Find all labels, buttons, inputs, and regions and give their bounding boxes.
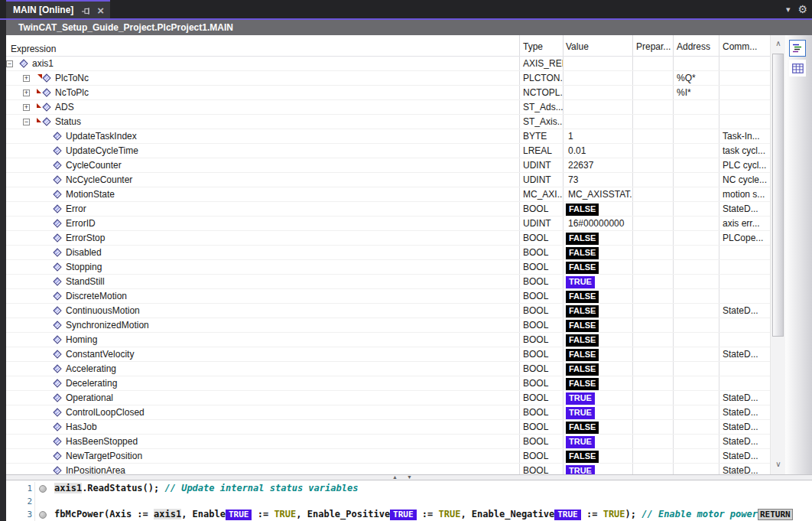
table-row[interactable]: Homing BOOL FALSE	[6, 333, 770, 347]
prepared-value-cell[interactable]	[633, 420, 674, 434]
value-cell[interactable]: FALSE	[564, 304, 633, 317]
value-cell[interactable]: FALSE	[564, 231, 633, 245]
value-cell[interactable]: TRUE	[564, 405, 633, 419]
value-cell[interactable]	[564, 115, 633, 129]
table-row[interactable]: SynchronizedMotion BOOL FALSE	[6, 318, 770, 333]
tree-expander[interactable]: +	[23, 75, 30, 82]
table-row[interactable]: ControlLoopClosed BOOL TRUE StateD...	[6, 405, 770, 420]
table-row[interactable]: NcCycleCounter UDINT 73 NC cycle...	[6, 173, 770, 187]
code-line[interactable]: 1 axis1.ReadStatus(); // Update internal…	[6, 482, 812, 495]
splitter-down-icon[interactable]: ▼	[407, 474, 412, 480]
prepared-value-cell[interactable]	[633, 362, 674, 376]
value-cell[interactable]: 1	[564, 129, 633, 143]
tree-expander[interactable]: −	[23, 119, 30, 125]
prepared-value-cell[interactable]	[633, 144, 674, 158]
column-header-prepared[interactable]: Prepar...	[633, 35, 674, 56]
prepared-value-cell[interactable]	[633, 57, 674, 70]
prepared-value-cell[interactable]	[633, 86, 674, 99]
table-row[interactable]: Decelerating BOOL FALSE	[6, 376, 770, 391]
table-row[interactable]: Error BOOL FALSE StateD...	[6, 202, 770, 217]
table-row[interactable]: CycleCounter UDINT 22637 PLC cycl...	[6, 158, 770, 173]
value-cell[interactable]: FALSE	[564, 260, 633, 274]
prepared-value-cell[interactable]	[633, 202, 674, 216]
column-header-address[interactable]: Address	[674, 35, 719, 56]
table-row[interactable]: ContinuousMotion BOOL FALSE StateD...	[6, 304, 770, 318]
value-cell[interactable]: MC_AXISSTAT...	[564, 187, 633, 201]
table-row[interactable]: HasBeenStopped BOOL TRUE StateD...	[6, 435, 770, 449]
column-header-comment[interactable]: Comm...	[719, 35, 770, 56]
column-header-expression[interactable]: Expression	[6, 35, 520, 56]
prepared-value-cell[interactable]	[633, 260, 674, 274]
prepared-value-cell[interactable]	[633, 347, 674, 361]
breakpoint-dot[interactable]	[39, 485, 47, 493]
value-cell[interactable]: FALSE	[564, 289, 633, 303]
prepared-value-cell[interactable]	[633, 129, 674, 143]
gear-icon[interactable]: ⚙	[797, 3, 807, 15]
tree-expander[interactable]: +	[23, 90, 30, 96]
code-line[interactable]: 3 fbMcPower(Axis := axis1, EnableTRUE :=…	[6, 508, 812, 521]
pane-splitter[interactable]: ▲ ▼	[6, 474, 812, 480]
table-row[interactable]: MotionState MC_AXI... MC_AXISSTAT... mot…	[6, 187, 770, 202]
splitter-arrows[interactable]: ▲ ▼	[392, 474, 412, 480]
table-row[interactable]: StandStill BOOL TRUE	[6, 275, 770, 289]
table-row[interactable]: ConstantVelocity BOOL FALSE StateD...	[6, 347, 770, 362]
close-icon[interactable]: ×	[97, 5, 104, 15]
prepared-value-cell[interactable]	[633, 449, 674, 463]
scroll-down-icon[interactable]: ∨	[771, 459, 786, 471]
code-line[interactable]: 2	[6, 495, 812, 508]
table-view-button[interactable]	[789, 60, 806, 77]
tree-expander[interactable]: +	[23, 104, 30, 111]
table-row[interactable]: − Status ST_Axis...	[6, 115, 770, 129]
table-row[interactable]: − axis1 AXIS_REF	[6, 57, 770, 71]
splitter-up-icon[interactable]: ▲	[392, 474, 398, 480]
value-cell[interactable]	[564, 86, 633, 99]
value-cell[interactable]: FALSE	[564, 420, 633, 434]
column-header-type[interactable]: Type	[520, 35, 564, 56]
prepared-value-cell[interactable]	[633, 376, 674, 390]
value-cell[interactable]: 22637	[564, 158, 633, 172]
value-cell[interactable]: 73	[564, 173, 633, 187]
value-cell[interactable]	[564, 71, 633, 85]
value-cell[interactable]: FALSE	[564, 347, 633, 361]
prepared-value-cell[interactable]	[633, 246, 674, 259]
scroll-up-icon[interactable]: ∧	[771, 38, 786, 50]
prepared-value-cell[interactable]	[633, 464, 674, 474]
table-row[interactable]: DiscreteMotion BOOL FALSE	[6, 289, 770, 304]
prepared-value-cell[interactable]	[633, 391, 674, 405]
value-cell[interactable]: FALSE	[564, 246, 633, 259]
value-cell[interactable]: FALSE	[564, 333, 633, 347]
table-row[interactable]: NewTargetPosition BOOL FALSE StateD...	[6, 449, 770, 464]
table-row[interactable]: + ADS ST_Ads...	[6, 100, 770, 115]
prepared-value-cell[interactable]	[633, 289, 674, 303]
value-cell[interactable]	[564, 57, 633, 70]
scrollbar-thumb[interactable]	[772, 54, 784, 337]
table-row[interactable]: Disabled BOOL FALSE	[6, 246, 770, 260]
value-cell[interactable]: FALSE	[564, 318, 633, 332]
pin-icon[interactable]	[81, 5, 91, 15]
table-row[interactable]: InPositionArea BOOL TRUE StateD...	[6, 464, 770, 474]
prepared-value-cell[interactable]	[633, 275, 674, 288]
table-row[interactable]: ErrorStop BOOL FALSE PLCope...	[6, 231, 770, 246]
prepared-value-cell[interactable]	[633, 405, 674, 419]
table-row[interactable]: ErrorID UDINT 16#00000000 axis err...	[6, 217, 770, 231]
tab-main-online[interactable]: MAIN [Online] ×	[6, 0, 110, 18]
code-editor[interactable]: 1 axis1.ReadStatus(); // Update internal…	[6, 480, 812, 521]
value-cell[interactable]: TRUE	[564, 275, 633, 288]
prepared-value-cell[interactable]	[633, 173, 674, 187]
prepared-value-cell[interactable]	[633, 115, 674, 129]
value-cell[interactable]: 16#00000000	[564, 217, 633, 230]
text-view-button[interactable]	[789, 40, 806, 57]
value-cell[interactable]: FALSE	[564, 449, 633, 463]
value-cell[interactable]: FALSE	[564, 362, 633, 376]
value-cell[interactable]: FALSE	[564, 376, 633, 390]
table-row[interactable]: Accelerating BOOL FALSE	[6, 362, 770, 376]
value-cell[interactable]: TRUE	[564, 464, 633, 474]
table-row[interactable]: UpdateCycleTime LREAL 0.01 task cycl...	[6, 144, 770, 158]
prepared-value-cell[interactable]	[633, 217, 674, 230]
tree-expander[interactable]: −	[6, 60, 13, 67]
prepared-value-cell[interactable]	[633, 318, 674, 332]
table-row[interactable]: UpdateTaskIndex BYTE 1 Task-In...	[6, 129, 770, 144]
chevron-down-icon[interactable]: ▾	[786, 5, 791, 15]
prepared-value-cell[interactable]	[633, 71, 674, 85]
value-cell[interactable]: TRUE	[564, 435, 633, 448]
